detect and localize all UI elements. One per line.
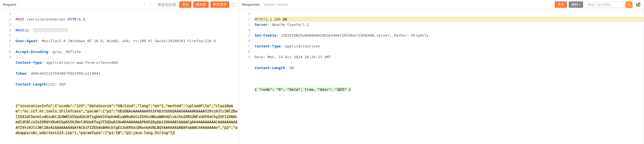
header-cl-name: Content-Length (16, 82, 46, 86)
search-response-input[interactable] (585, 2, 624, 8)
header-host-value-masked: ██.███.██.██████ (33, 28, 68, 32)
response-http-version: HTTP/1.1 (255, 17, 272, 21)
request-editor[interactable]: 123456789 POST·/service/esnserver·HTTP/1… (0, 9, 239, 144)
request-content[interactable]: POST·/service/esnserver·HTTP/1.1 Host?:·… (14, 9, 239, 144)
response-viewer[interactable]: 123456789 HTTP/1.1·200·OK Server:·Apache… (239, 9, 644, 144)
header-ae-value: gzip, deflate (53, 50, 81, 54)
header-host-name: Host (16, 28, 24, 32)
request-title: Request (3, 2, 16, 7)
hotload-button[interactable]: 热加载 (193, 1, 209, 8)
svg-point-4 (638, 4, 639, 6)
response-gutter: 123456789 (239, 9, 253, 144)
scan-packet-button[interactable]: 数据包扫描 (156, 2, 178, 7)
chrome-icon[interactable] (636, 2, 641, 7)
header-cl-value: 583 (59, 82, 66, 86)
next-request-button[interactable]: 〉 (148, 2, 155, 7)
request-path: /service/esnserver (26, 17, 66, 21)
resp-header-cl-value: 48 (289, 66, 294, 70)
request-header: Request 〈 〉 数据包扫描 美化 热加载 构造请求 (0, 0, 239, 9)
header-token-value: 469ce01522f64366750d1995ca119841 (31, 71, 100, 75)
resp-header-cl-name: Content-Length (255, 66, 285, 70)
http-method: POST (16, 17, 24, 21)
resp-header-ct-name: Content-Type (255, 44, 281, 48)
header-ae-name: Accept-Encoding (16, 50, 48, 54)
response-status-text: OK (283, 17, 287, 21)
header-token-name: Token (16, 71, 26, 75)
resp-header-server-name: Server (255, 22, 268, 27)
request-body[interactable]: {"invocationInfo":{"ucode":"123","dataSo… (16, 104, 237, 135)
svg-line-1 (630, 5, 630, 6)
response-content: HTTP/1.1·200·OK Server:·Apache-Coyote/1.… (253, 9, 644, 144)
response-header: Responses 40bytes / 453ms 美化 编码 (239, 0, 644, 9)
host-help-badge[interactable]: ? (25, 29, 29, 32)
resp-header-ct-value: application/json (285, 44, 320, 48)
request-panel: Request 〈 〉 数据包扫描 美化 热加载 构造请求 123456789 … (0, 0, 239, 144)
fullscreen-icon[interactable] (232, 3, 236, 7)
encode-dropdown-button[interactable]: 编码 (569, 1, 583, 8)
prev-request-button[interactable]: 〈 (140, 2, 146, 7)
response-title: Responses (242, 2, 260, 7)
beautify-request-button[interactable]: 美化 (179, 1, 192, 8)
resp-header-server-value: Apache-Coyote/1.1 (272, 22, 309, 27)
header-ct-value: application/x-www-form-urlencoded (46, 60, 118, 65)
request-gutter: 123456789 (0, 9, 14, 144)
resp-header-setcookie-name: Set-Cookie (255, 33, 276, 37)
search-response-button[interactable] (625, 1, 633, 8)
construct-request-button[interactable]: 构造请求 (210, 1, 229, 8)
resp-header-date-name: Date (255, 55, 263, 59)
http-version: HTTP/1.1 (68, 17, 85, 21)
response-meta: 40bytes / 453ms (264, 3, 288, 7)
response-body: { "code": "0", "data": true, "desc": "成功… (255, 87, 351, 92)
header-ua-name: User-Agent (16, 39, 37, 43)
resp-header-setcookie-value: JSESSIONID=80D89662863A340472DC0A417CE0E… (281, 33, 429, 37)
content-length-auto-badge: auto (46, 83, 55, 86)
beautify-response-button[interactable]: 美化 (555, 1, 567, 8)
response-panel: Responses 40bytes / 453ms 美化 编码 12345678… (239, 0, 644, 144)
header-ct-name: Content-Type (16, 60, 42, 65)
search-icon (627, 3, 631, 6)
response-status-code: 200 (274, 17, 280, 21)
header-ua-value: Mozilla/5.0 (Windows NT 10.0; Win64; x64… (42, 39, 216, 43)
svg-point-0 (628, 3, 630, 6)
resp-header-date-value: Mon, 14 Oct 2024 16:29:23 GMT (268, 55, 331, 59)
